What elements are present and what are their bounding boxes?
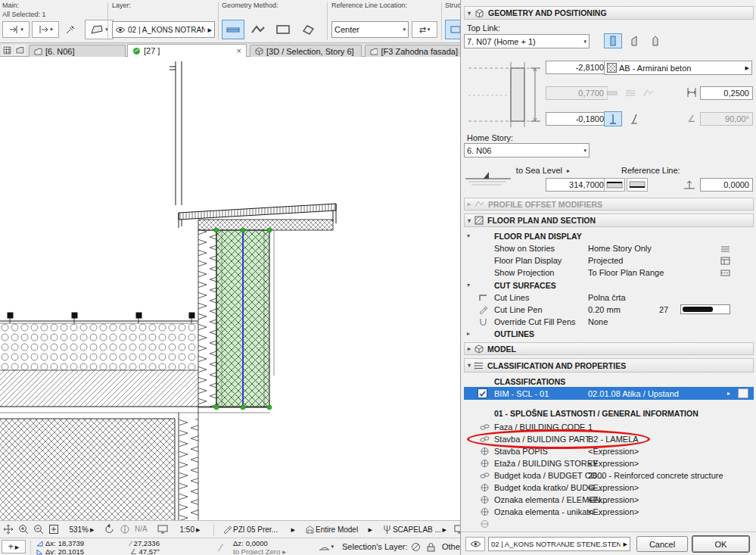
setting-value[interactable]: Polna črta	[588, 293, 626, 302]
setting-value[interactable]: Projected	[588, 256, 623, 265]
property-value[interactable]: <Expression>	[588, 507, 639, 516]
reference-offset-field[interactable]: 0,0000	[700, 178, 753, 192]
geometry-method-rotated-rectangle-button[interactable]	[297, 20, 319, 39]
section-drawing[interactable]	[0, 57, 460, 520]
geometry-method-chained-button[interactable]	[247, 20, 269, 39]
ok-button[interactable]: OK	[692, 536, 749, 552]
subheader-outlines[interactable]: ▸ OUTLINES	[464, 328, 754, 340]
reference-line-flip-button[interactable]	[627, 178, 648, 192]
property-value[interactable]: <Expression>	[588, 447, 639, 456]
tab-3d[interactable]: [3D / Selection, Story 6]	[250, 45, 362, 57]
drawing-area[interactable]	[0, 57, 460, 520]
wall-top-double-slanted-button[interactable]	[646, 33, 664, 48]
property-row-clipped[interactable]	[464, 518, 754, 528]
subheader-cut-surfaces[interactable]: ▾ CUT SURFACES	[464, 279, 754, 292]
orientation-button[interactable]	[118, 522, 132, 536]
tab-floor-plan[interactable]: [6. N06]	[29, 45, 126, 57]
protractor-icon	[319, 543, 329, 550]
sea-level-label[interactable]: to Sea Level	[503, 166, 562, 175]
footer-layer-combo[interactable]: 02 | A_KONS NOTRANJE STENE.STENE ▸	[488, 537, 630, 551]
cancel-button[interactable]: Cancel	[636, 536, 688, 552]
pen-color-swatch[interactable]	[680, 304, 730, 314]
classification-flyout-button[interactable]	[738, 388, 748, 398]
home-story-select[interactable]: 6. N06 ▾	[464, 143, 590, 157]
property-row-building-storey[interactable]: Etaža / BUILDING STOREY <Expression>	[464, 457, 754, 469]
add-coordinate-button[interactable]: + ▸	[2, 540, 26, 553]
tab-list-button[interactable]	[14, 45, 26, 55]
footer-layer-visibility-button[interactable]	[465, 537, 485, 551]
property-row-budget-code-short[interactable]: Budget koda kratko/ BUDG... <Expression>	[464, 482, 754, 494]
property-row-budget-code[interactable]: Budget koda / BUDGET CO... 2600 - Reinfo…	[464, 469, 754, 482]
pick-up-parameters-button[interactable]	[62, 21, 79, 38]
display-options-button[interactable]	[453, 522, 460, 536]
bottom-offset-field[interactable]: -0,1800	[546, 112, 608, 126]
top-link-select[interactable]: 7. N07 (Home + 1) ▾	[464, 34, 590, 48]
rotate-view-button[interactable]	[103, 522, 117, 536]
tab-overview-button[interactable]	[2, 45, 13, 55]
layer-combo[interactable]: 02 | A_KONS NOTRANJE ... ▸	[112, 21, 215, 38]
lock-selection-layer-button[interactable]	[424, 540, 437, 553]
flip-reference-side-button[interactable]: ⇄ ▾	[412, 21, 437, 38]
classification-checkbox[interactable]	[478, 388, 487, 398]
zoom-level-combo[interactable]: 531% ▸	[64, 522, 100, 536]
tracker-reference[interactable]: to Project Zero ▸	[233, 547, 286, 555]
tab-section-active[interactable]: [27 ] ×	[127, 44, 247, 57]
reference-line-side-button[interactable]	[604, 178, 625, 192]
protractor-button[interactable]: ▾	[318, 540, 334, 553]
property-row-element-mark[interactable]: Oznaka elementa / ELEMEN... <Expression>	[464, 494, 754, 506]
property-value[interactable]: <Expression>	[588, 495, 639, 504]
section-floor-plan-and-section[interactable]: ▾ FLOOR PLAN AND SECTION	[464, 214, 754, 227]
zoom-in-button[interactable]	[17, 522, 30, 536]
slanted-wall-button[interactable]	[625, 111, 643, 126]
section-profile-offset-modifiers[interactable]: ▸ PROFILE OFFSET MODIFIERS	[464, 198, 754, 210]
fit-in-window-button[interactable]	[47, 522, 61, 536]
sea-level-field[interactable]: 314,7000	[546, 178, 608, 192]
property-value[interactable]: 1	[588, 422, 593, 432]
classification-row-selected[interactable]: BIM - SCL - 01 02.01.08 Atika / Upstand …	[464, 387, 754, 400]
property-row-element-mark-unique[interactable]: Oznaka elementa - unikatn... <Expression…	[464, 506, 754, 518]
thickness-field[interactable]: 0,2500	[700, 86, 753, 100]
property-value[interactable]: <Expression>	[588, 459, 639, 468]
distance-value[interactable]: 27,2336	[134, 539, 160, 547]
setting-value[interactable]: Home Story Only	[588, 244, 652, 253]
setting-value[interactable]: None	[588, 317, 608, 326]
angle-value[interactable]: 47,57°	[139, 547, 160, 555]
dz-value[interactable]: 0,0000	[246, 539, 268, 547]
property-value[interactable]: 2600 - Reinforced concrete structure	[588, 471, 723, 480]
screen-only-button[interactable]	[156, 522, 170, 536]
section-geometry-positioning[interactable]: ▾ GEOMETRY AND POSITIONING	[464, 6, 754, 20]
top-offset-field[interactable]: -2,8100	[546, 61, 608, 74]
reference-line-location-select[interactable]: Center ▾	[331, 21, 409, 38]
property-value[interactable]: B2 - LAMELA	[588, 435, 639, 444]
inject-settings-button[interactable]: ▾	[32, 21, 59, 38]
wall-top-straight-button[interactable]	[604, 33, 622, 48]
property-row-stavba-popis[interactable]: Stavba POPIS <Expression>	[464, 445, 754, 457]
geometry-method-straight-button[interactable]	[222, 20, 244, 39]
zoom-out-button[interactable]	[32, 522, 45, 536]
thickness-icon	[685, 85, 698, 100]
pan-button[interactable]	[2, 522, 15, 536]
section-classification-properties[interactable]: ▾ CLASSIFICATION AND PROPERTIES	[464, 358, 754, 373]
subheader-floor-plan-display[interactable]: ▾ FLOOR PLAN DISPLAY	[464, 230, 754, 242]
favorites-combo[interactable]: SCAPELAB ... ▸	[380, 522, 450, 536]
property-row-building-code[interactable]: Faza / BUILDING CODE 1	[464, 421, 754, 433]
property-value[interactable]: <Expression>	[588, 483, 639, 492]
setting-value[interactable]: To Floor Plan Range	[588, 268, 664, 277]
property-row-building-part[interactable]: Stavba / BUILDING PART B2 - LAMELA	[464, 433, 754, 445]
section-model[interactable]: ▸ MODEL	[464, 342, 754, 355]
setting-value[interactable]: 0.20 mm	[588, 305, 621, 314]
hide-selection-layer-button[interactable]	[409, 540, 422, 553]
geometry-method-rectangle-button[interactable]	[272, 20, 294, 39]
wall-tool-button[interactable]: ▾	[85, 20, 114, 39]
scale-combo[interactable]: 1:50 ▸	[173, 522, 207, 536]
tab-elevation[interactable]: [F3 Zahodna fasada]	[365, 45, 463, 57]
material-combo[interactable]: AB - Armirani beton ▸	[604, 61, 752, 75]
wall-top-slanted-button[interactable]	[625, 33, 643, 48]
pen-set-combo[interactable]: PZI 05 Prer... ▸	[219, 522, 298, 536]
close-tab-icon[interactable]: ×	[237, 46, 241, 55]
vertical-wall-button[interactable]	[604, 111, 622, 126]
pickup-settings-button[interactable]: ▾	[2, 21, 30, 38]
model-filter-combo[interactable]: Entire Model ▸	[303, 522, 375, 536]
dx-value[interactable]: 18,3739	[58, 539, 84, 547]
dy-value[interactable]: 20,1015	[58, 547, 84, 555]
